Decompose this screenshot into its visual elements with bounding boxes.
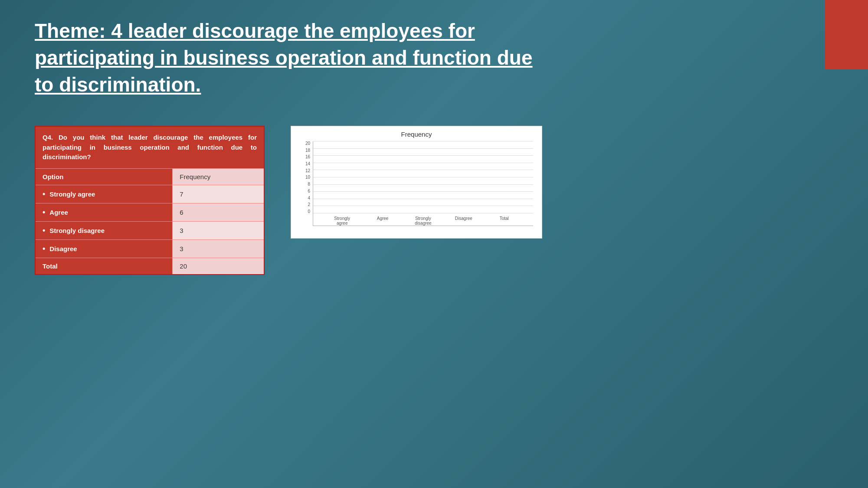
y-axis-label: 14 xyxy=(300,162,310,166)
y-axis-label: 2 xyxy=(300,203,310,207)
table-row-freq-2: 3 xyxy=(173,221,264,239)
data-table: Q4. Do you think that leader discourage … xyxy=(35,126,265,275)
table-row-freq-1: 6 xyxy=(173,203,264,221)
y-axis-label: 4 xyxy=(300,196,310,200)
bars-area xyxy=(313,141,533,213)
chart-container: Frequency 20181614121086420 Strongly agr… xyxy=(291,126,542,239)
content-area: Q4. Do you think that leader discourage … xyxy=(35,126,542,275)
y-axis-label: 6 xyxy=(300,189,310,193)
x-label-3: Disagree xyxy=(451,216,477,226)
y-axis: 20181614121086420 xyxy=(300,141,310,226)
page-title: Theme: 4 leader discourage the employees… xyxy=(35,17,547,98)
table-row-option-1: •Agree xyxy=(35,203,173,221)
y-axis-label: 0 xyxy=(300,210,310,214)
total-value: 20 xyxy=(173,258,264,275)
y-axis-label: 8 xyxy=(300,182,310,187)
y-axis-label: 20 xyxy=(300,141,310,146)
table-row-freq-0: 7 xyxy=(173,185,264,203)
table-question: Q4. Do you think that leader discourage … xyxy=(35,126,264,168)
col-freq-header: Frequency xyxy=(173,168,264,185)
total-label: Total xyxy=(35,258,173,275)
x-label-1: Agree xyxy=(370,216,396,226)
table-row-freq-3: 3 xyxy=(173,239,264,258)
y-axis-label: 16 xyxy=(300,155,310,159)
x-label-0: Strongly agree xyxy=(329,216,355,226)
x-labels: Strongly agreeAgreeStrongly disagreeDisa… xyxy=(313,216,533,226)
x-label-4: Total xyxy=(491,216,517,226)
chart-title: Frequency xyxy=(300,131,533,138)
table-row-option-2: •Strongly disagree xyxy=(35,221,173,239)
table-row-option-3: •Disagree xyxy=(35,239,173,258)
y-axis-label: 18 xyxy=(300,148,310,153)
red-corner-decoration xyxy=(825,0,868,69)
chart-inner: 20181614121086420 Strongly agreeAgreeStr… xyxy=(300,141,533,226)
table-row-option-0: •Strongly agree xyxy=(35,185,173,203)
col-option-header: Option xyxy=(35,168,173,185)
title-section: Theme: 4 leader discourage the employees… xyxy=(35,17,547,98)
chart-plot: Strongly agreeAgreeStrongly disagreeDisa… xyxy=(313,141,533,226)
x-label-2: Strongly disagree xyxy=(410,216,436,226)
y-axis-label: 10 xyxy=(300,175,310,180)
y-axis-label: 12 xyxy=(300,169,310,173)
